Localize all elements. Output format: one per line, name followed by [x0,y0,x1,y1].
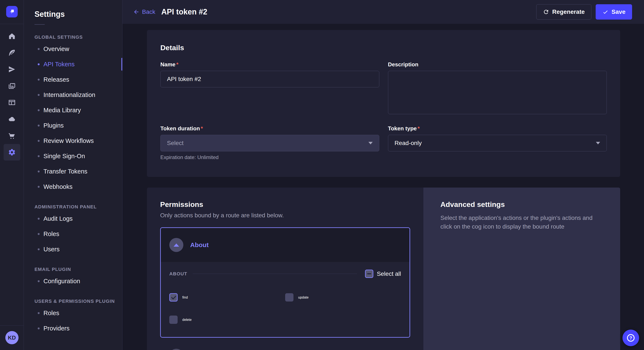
main-nav-item-cloud[interactable] [4,111,20,127]
token-type-value: Read-only [394,140,422,147]
save-button[interactable]: Save [596,4,632,19]
sidebar-item-api-tokens[interactable]: API Tokens [24,57,122,72]
bullet-icon [38,186,40,188]
sidebar-item-label: Media Library [44,107,81,114]
sidebar-item-label: Transfer Tokens [44,168,87,175]
sidebar-item-users[interactable]: Users [24,242,122,257]
question-circle-icon: ? [626,333,636,343]
sidebar-item-single-sign-on[interactable]: Single Sign-On [24,149,122,164]
find-checkbox[interactable] [169,293,178,302]
collapse-button[interactable] [169,238,183,252]
sidebar-item-audit-logs[interactable]: Audit Logs [24,211,122,226]
delete-checkbox[interactable] [169,316,178,324]
strapi-logo[interactable] [6,6,18,17]
details-card: Details Name* Description Token duration… [147,30,620,177]
sidebar-item-label: Roles [44,230,59,237]
main-nav: KD [0,0,24,350]
check-icon [602,9,609,15]
chevron-up-icon [174,243,179,247]
required-asterisk: * [201,125,203,132]
permissions-heading: Permissions [160,200,410,209]
details-form: Name* Description Token duration* Select [160,61,607,160]
accordion-article[interactable]: Article [160,341,410,350]
divider [0,24,24,24]
subnav-section-list: Configuration [24,273,122,289]
divider [193,274,357,274]
sidebar-item-label: Releases [44,76,69,83]
user-avatar[interactable]: KD [5,331,18,344]
accordion-about: About ABOUT Select all fin [160,227,410,338]
sidebar-item-label: Review Workflows [44,137,94,144]
sidebar-item-label: Audit Logs [44,215,72,222]
permission-action-delete: delete [169,316,285,324]
sidebar-item-plugins[interactable]: Plugins [24,118,122,133]
description-textarea[interactable] [388,71,607,114]
subnav-title: Settings [34,10,122,19]
sidebar-item-label: Configuration [44,278,80,285]
select-all-checkbox[interactable] [365,270,373,278]
token-duration-select[interactable]: Select [160,135,379,151]
sidebar-item-releases[interactable]: Releases [24,72,122,87]
arrow-left-icon [133,9,140,15]
back-link[interactable]: Back [133,8,155,15]
token-duration-placeholder: Select [167,140,184,147]
token-type-label: Token type* [388,125,607,132]
accordion-about-body: ABOUT Select all findupdatedelete [161,262,410,337]
bullet-icon [38,328,40,329]
token-type-select[interactable]: Read-only [388,135,607,151]
main-nav-item-marketplace-cart[interactable] [4,127,20,144]
main-nav-item-content-type-builder-feather[interactable] [4,44,20,61]
description-field: Description [388,61,607,115]
update-checkbox[interactable] [285,293,294,302]
name-field: Name* [160,61,379,115]
sidebar-item-transfer-tokens[interactable]: Transfer Tokens [24,164,122,179]
bullet-icon [38,79,40,81]
bullet-icon [38,248,40,250]
main-nav-item-content-manager-layout[interactable] [4,94,20,111]
header-actions: Regenerate Save [536,4,632,19]
main-nav-icons [4,28,20,161]
main-nav-item-settings-gear[interactable] [4,144,20,161]
sidebar-item-media-library[interactable]: Media Library [24,103,122,118]
main-nav-item-home[interactable] [4,28,20,44]
permissions-card: Permissions Only actions bound by a rout… [147,187,620,350]
bullet-icon [38,63,40,65]
permissions-section: Permissions Only actions bound by a rout… [147,187,423,350]
about-group-label: ABOUT [169,271,187,277]
sidebar-item-overview[interactable]: Overview [24,41,122,57]
bullet-icon [38,109,40,111]
advanced-settings-description: Select the application's actions or the … [440,214,603,231]
sidebar-item-label: Plugins [44,122,64,129]
regenerate-button[interactable]: Regenerate [536,4,592,19]
sidebar-item-internationalization[interactable]: Internationalization [24,87,122,103]
page-title: API token #2 [161,7,207,16]
back-label: Back [142,8,155,15]
content-scroll[interactable]: Details Name* Description Token duration… [122,24,644,350]
bullet-icon [38,233,40,235]
sidebar-item-providers[interactable]: Providers [24,321,122,336]
name-input[interactable] [160,71,379,87]
main-nav-item-media-library[interactable] [4,78,20,94]
accordion-about-header[interactable]: About [161,228,410,262]
permission-action-label: delete [182,318,192,322]
content-type-builder-feather-icon [8,49,16,57]
description-label: Description [388,61,607,68]
sidebar-item-review-workflows[interactable]: Review Workflows [24,133,122,149]
sidebar-item-roles[interactable]: Roles [24,226,122,242]
advanced-settings-heading: Advanced settings [440,200,603,209]
divider [0,325,24,326]
sidebar-item-configuration[interactable]: Configuration [24,273,122,289]
about-group-row: ABOUT Select all [169,270,401,278]
sidebar-item-webhooks[interactable]: Webhooks [24,179,122,194]
expand-button[interactable] [169,349,183,350]
sidebar-item-roles[interactable]: Roles [24,305,122,321]
help-button[interactable]: ? [622,330,639,346]
main-nav-item-paper-plane[interactable] [4,61,20,78]
sidebar-item-label: Overview [44,45,69,52]
accordion-about-title: About [190,241,209,249]
token-duration-field: Token duration* Select Expiration date: … [160,125,379,160]
sidebar-item-label: Webhooks [44,183,72,190]
paper-plane-icon [8,65,16,73]
permission-action-label: find [182,296,188,299]
sidebar-item-label: API Tokens [44,61,74,68]
